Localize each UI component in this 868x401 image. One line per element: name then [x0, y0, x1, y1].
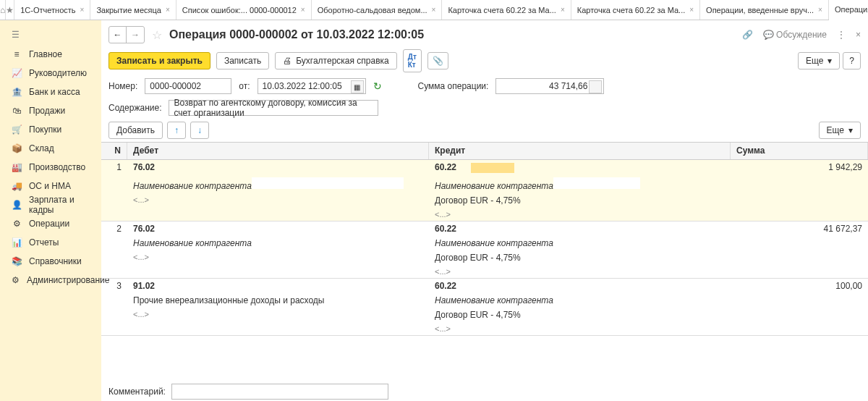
- tab-7[interactable]: Операция 0000-000002 от 1...×: [829, 0, 868, 20]
- add-row-button[interactable]: Добавить: [109, 122, 163, 139]
- sidebar-icon: ⚙: [12, 219, 22, 229]
- help-button[interactable]: ?: [843, 52, 861, 69]
- printer-icon: 🖨: [283, 56, 292, 66]
- close-icon[interactable]: ×: [301, 6, 305, 14]
- credit-agreement[interactable]: Договор EUR - 4,75%: [429, 193, 731, 208]
- sum-field[interactable]: 43 714,66: [495, 78, 604, 94]
- sidebar-item-7[interactable]: 🚚ОС и НМА: [0, 177, 101, 195]
- sidebar-item-9[interactable]: ⚙Операции: [0, 214, 101, 233]
- comment-label: Комментарий:: [109, 387, 166, 397]
- sidebar-item-1[interactable]: 📈Руководителю: [0, 64, 101, 83]
- close-icon[interactable]: ×: [689, 6, 694, 14]
- favorite-icon[interactable]: ☆: [152, 28, 162, 42]
- print-button[interactable]: 🖨Бухгалтерская справка: [275, 52, 397, 69]
- sidebar-item-12[interactable]: ⚙Администрирование: [0, 271, 101, 290]
- home-icon[interactable]: ⌂: [0, 0, 6, 20]
- close-icon[interactable]: ×: [432, 6, 436, 14]
- debit-party[interactable]: Прочие внереализационные доходы и расход…: [127, 293, 429, 308]
- sum-label: Сумма операции:: [418, 81, 489, 91]
- credit-sub[interactable]: <...>: [429, 322, 731, 335]
- nav-buttons: ← →: [109, 26, 145, 43]
- move-up-button[interactable]: ↑: [167, 122, 186, 139]
- sidebar-item-label: Покупки: [29, 124, 61, 135]
- close-icon[interactable]: ×: [80, 6, 85, 14]
- number-field[interactable]: 0000-000002: [145, 78, 231, 94]
- attach-button[interactable]: 📎: [427, 52, 448, 69]
- credit-party[interactable]: Наименование контрагента: [429, 293, 731, 308]
- col-debit[interactable]: Дебет: [127, 143, 429, 159]
- tab-2[interactable]: Список ошибок:... 0000-000012×: [176, 0, 312, 20]
- sidebar-item-6[interactable]: 🏭Производство: [0, 158, 101, 177]
- desc-field[interactable]: Возврат по агентскому договору, комиссия…: [169, 100, 378, 116]
- credit-sub[interactable]: <...>: [429, 208, 731, 221]
- debit-sub[interactable]: <...>: [127, 250, 429, 265]
- sidebar-item-label: Главное: [29, 49, 62, 59]
- more-header-icon[interactable]: ⋮: [837, 30, 846, 40]
- save-button[interactable]: Записать: [216, 52, 269, 69]
- credit-account[interactable]: 60.22: [429, 160, 731, 175]
- sidebar-item-10[interactable]: 📊Отчеты: [0, 233, 101, 252]
- sidebar-item-label: Операции: [29, 219, 69, 229]
- date-field[interactable]: 10.03.2022 12:00:05 ▦: [258, 78, 366, 94]
- dt-kt-button[interactable]: ДтКт: [403, 49, 422, 72]
- calendar-icon[interactable]: ▦: [351, 80, 364, 93]
- link-icon[interactable]: 🔗: [742, 30, 753, 40]
- sidebar-icon: 🛒: [12, 124, 22, 135]
- col-sum[interactable]: Сумма: [731, 143, 868, 159]
- tab-0[interactable]: 1С-Отчетность×: [14, 0, 90, 20]
- back-button[interactable]: ←: [109, 27, 127, 43]
- credit-sub[interactable]: <...>: [429, 265, 731, 278]
- sidebar-item-4[interactable]: 🛒Покупки: [0, 120, 101, 139]
- debit-sub[interactable]: <...>: [127, 308, 429, 322]
- close-icon[interactable]: ×: [561, 6, 565, 14]
- comment-field[interactable]: [171, 384, 388, 400]
- sidebar-item-label: Склад: [29, 143, 54, 153]
- credit-party[interactable]: Наименование контрагента: [429, 175, 731, 193]
- discuss-icon[interactable]: 💬 Обсуждение: [763, 30, 827, 40]
- sidebar-item-8[interactable]: 👤Зарплата и кадры: [0, 195, 101, 214]
- sidebar-item-11[interactable]: 📚Справочники: [0, 252, 101, 271]
- close-page-icon[interactable]: ×: [856, 30, 861, 40]
- debit-party[interactable]: Наименование контрагента: [127, 236, 429, 250]
- move-down-button[interactable]: ↓: [190, 122, 209, 139]
- tab-3[interactable]: Оборотно-сальдовая ведом...×: [312, 0, 443, 20]
- debit-account[interactable]: 91.02: [127, 279, 429, 293]
- credit-agreement[interactable]: Договор EUR - 4,75%: [429, 250, 731, 265]
- debit-account[interactable]: 76.02: [127, 221, 429, 236]
- credit-party[interactable]: Наименование контрагента: [429, 236, 731, 250]
- grid-more-button[interactable]: Еще ▾: [819, 122, 861, 139]
- col-credit[interactable]: Кредит: [429, 143, 731, 159]
- sidebar-item-5[interactable]: 📦Склад: [0, 139, 101, 158]
- debit-sub[interactable]: <...>: [127, 193, 429, 208]
- tab-6[interactable]: Операции, введенные вруч...×: [700, 0, 829, 20]
- row-sum: 1 942,29: [731, 160, 868, 175]
- number-label: Номер:: [109, 81, 137, 91]
- sidebar-icon: 🚚: [12, 181, 22, 191]
- sidebar-item-3[interactable]: 🛍Продажи: [0, 101, 101, 120]
- tab-1[interactable]: Закрытие месяца×: [90, 0, 176, 20]
- refresh-icon[interactable]: ↻: [373, 80, 382, 92]
- entries-grid: N Дебет Кредит Сумма 176.0260.221 942,29…: [101, 142, 868, 336]
- debit-party[interactable]: Наименование контрагента: [127, 175, 429, 193]
- sidebar-item-0[interactable]: ≡Главное: [0, 45, 101, 64]
- save-close-button[interactable]: Записать и закрыть: [109, 52, 210, 69]
- tab-5[interactable]: Карточка счета 60.22 за Ма...×: [571, 0, 700, 20]
- table-row[interactable]: 276.0260.2241 672,37Наименование контраг…: [101, 221, 868, 279]
- debit-account[interactable]: 76.02: [127, 160, 429, 175]
- credit-account[interactable]: 60.22: [429, 279, 731, 293]
- table-row[interactable]: 391.0260.22100,00Прочие внереализационны…: [101, 279, 868, 336]
- close-icon[interactable]: ×: [818, 6, 822, 14]
- from-label: от:: [239, 81, 250, 91]
- close-icon[interactable]: ×: [166, 6, 170, 14]
- col-n[interactable]: N: [101, 143, 127, 159]
- tab-4[interactable]: Карточка счета 60.22 за Ма...×: [442, 0, 571, 20]
- table-row[interactable]: 176.0260.221 942,29Наименование контраге…: [101, 160, 868, 221]
- credit-account[interactable]: 60.22: [429, 221, 731, 236]
- calculator-icon[interactable]: [589, 80, 602, 93]
- sidebar-toggle-icon[interactable]: ☰: [0, 25, 101, 45]
- star-icon[interactable]: ★: [6, 0, 14, 20]
- credit-agreement[interactable]: Договор EUR - 4,75%: [429, 308, 731, 322]
- more-button[interactable]: Еще ▾: [798, 52, 840, 69]
- sidebar-item-2[interactable]: 🏦Банк и касса: [0, 83, 101, 101]
- row-sum: 41 672,37: [731, 221, 868, 236]
